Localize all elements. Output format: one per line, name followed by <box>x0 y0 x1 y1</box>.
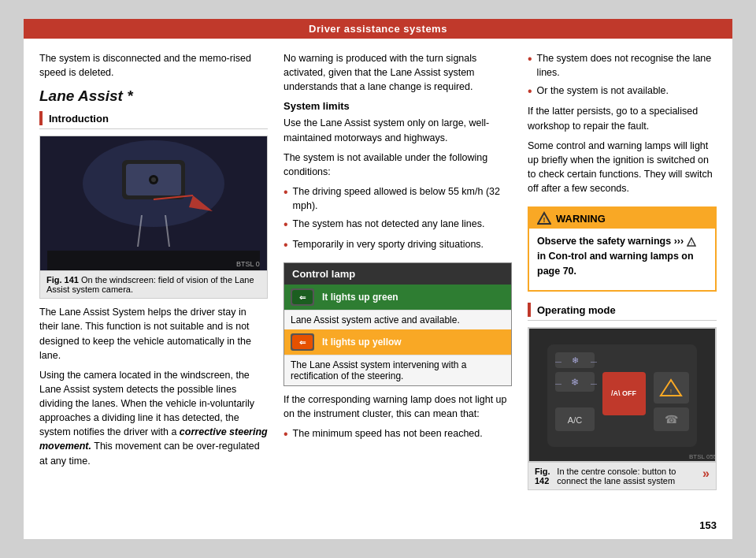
fig141-box: BTSL 056 Fig. 141 On the windscreen: fie… <box>39 136 268 299</box>
warning-lamps-para: Some control and warning lamps will ligh… <box>528 139 717 196</box>
lamp-green-icon: ⇐ <box>291 288 314 306</box>
lamp-yellow-label: It lights up yellow <box>322 337 402 348</box>
fig141-caption: Fig. 141 On the windscreen: field of vis… <box>40 270 267 298</box>
console-svg: A/C /A\ OFF ❄ — — ❄ — — <box>529 329 715 462</box>
svg-text:A/C: A/C <box>568 415 582 425</box>
svg-text:!: ! <box>691 240 692 245</box>
right-column: • The system does not recognise the lane… <box>528 51 717 497</box>
lane-assist-title: Lane Assist * <box>39 87 268 105</box>
warning-lamp-para: If the corresponding warning lamp does n… <box>284 392 512 421</box>
recognition-bullets: • The system does not recognise the lane… <box>528 51 717 100</box>
lamp-yellow-icon: ⇐ <box>291 333 314 351</box>
lamp-yellow-desc: The Lane Assist system intervening with … <box>284 355 511 385</box>
fig141-image: BTSL 056 <box>40 136 267 270</box>
page-number: 153 <box>699 519 717 531</box>
svg-rect-36 <box>654 372 689 404</box>
intro-para2: Using the camera located in the windscre… <box>39 368 268 468</box>
introduction-subtitle: Introduction <box>39 111 268 129</box>
system-limits-title: System limits <box>284 100 512 112</box>
middle-column: No warning is produced with the turn sig… <box>284 51 512 497</box>
left-column: The system is disconnected and the memo-… <box>39 51 268 497</box>
svg-point-5 <box>151 177 156 182</box>
svg-text:BTSL 055: BTSL 055 <box>689 453 715 460</box>
latter-persists: If the latter persists, go to a speciali… <box>528 104 717 132</box>
warning-box: ! WARNING Observe the safety warnings ››… <box>528 206 717 292</box>
lamp-yellow-row: ⇐ It lights up yellow <box>284 329 511 355</box>
svg-text:⇐: ⇐ <box>299 338 306 347</box>
content-area: The system is disconnected and the memo-… <box>24 39 732 509</box>
page: Driver assistance systems The system is … <box>24 19 732 539</box>
warning-box-content: Observe the safety warnings ››› ! in Con… <box>537 234 707 278</box>
warning-triangle-icon: ! <box>537 211 551 225</box>
top-text-left: The system is disconnected and the memo-… <box>39 51 268 80</box>
lamp-green-row: ⇐ It lights up green <box>284 285 511 310</box>
warning-triangle-inline: ! <box>687 236 696 247</box>
system-limits-conditions: The system is not available under the fo… <box>284 151 512 179</box>
fig142-caption: Fig. 142 In the centre console: button t… <box>528 462 716 489</box>
no-warning-text: No warning is produced with the turn sig… <box>284 51 512 94</box>
control-lamp-section: Control lamp ⇐ It lights up green Lane A… <box>284 262 512 386</box>
operating-mode-subtitle: Operating mode <box>528 303 717 321</box>
intro-para1: The Lane Assist System helps the driver … <box>39 305 268 363</box>
windscreen-svg: BTSL 056 <box>47 136 260 270</box>
svg-text:—: — <box>555 380 561 387</box>
header-title: Driver assistance systems <box>309 23 447 35</box>
svg-text:!: ! <box>543 216 546 224</box>
svg-rect-10 <box>47 251 260 270</box>
bullet-min-speed: • The minimum speed has not been reached… <box>284 426 512 443</box>
svg-text:☎: ☎ <box>665 413 678 426</box>
svg-text:/A\ OFF: /A\ OFF <box>611 389 636 397</box>
bullet-sporty: • Temporarily in very sporty driving sit… <box>284 237 512 254</box>
next-arrow-icon: » <box>702 467 710 481</box>
svg-text:❄: ❄ <box>571 377 579 388</box>
bullet-no-lane: • The system has not detected any lane l… <box>284 217 512 233</box>
svg-text:—: — <box>555 358 561 365</box>
lamp-green-label: It lights up green <box>322 292 398 303</box>
svg-text:—: — <box>591 380 597 387</box>
svg-text:❄: ❄ <box>572 355 579 365</box>
header-bar: Driver assistance systems <box>24 19 732 39</box>
svg-text:—: — <box>591 358 597 365</box>
svg-text:!: ! <box>670 389 672 394</box>
bullet-no-recognise: • The system does not recognise the lane… <box>528 51 717 80</box>
system-limits-intro: Use the Lane Assist system only on large… <box>284 116 512 144</box>
bullet-speed: • The driving speed allowed is below 55 … <box>284 184 512 213</box>
fig142-image: A/C /A\ OFF ❄ — — ❄ — — <box>528 328 716 462</box>
svg-text:⇐: ⇐ <box>299 293 306 302</box>
control-lamp-title: Control lamp <box>284 263 511 285</box>
svg-text:BTSL 056: BTSL 056 <box>236 260 260 268</box>
warning-box-title: ! WARNING <box>529 208 715 229</box>
bullet-not-available: • Or the system is not available. <box>528 84 717 100</box>
conditions-bullets: • The driving speed allowed is below 55 … <box>284 184 512 255</box>
fig142-box: A/C /A\ OFF ❄ — — ❄ — — <box>528 327 717 490</box>
lamp-green-desc: Lane Assist system active and available. <box>284 310 511 329</box>
